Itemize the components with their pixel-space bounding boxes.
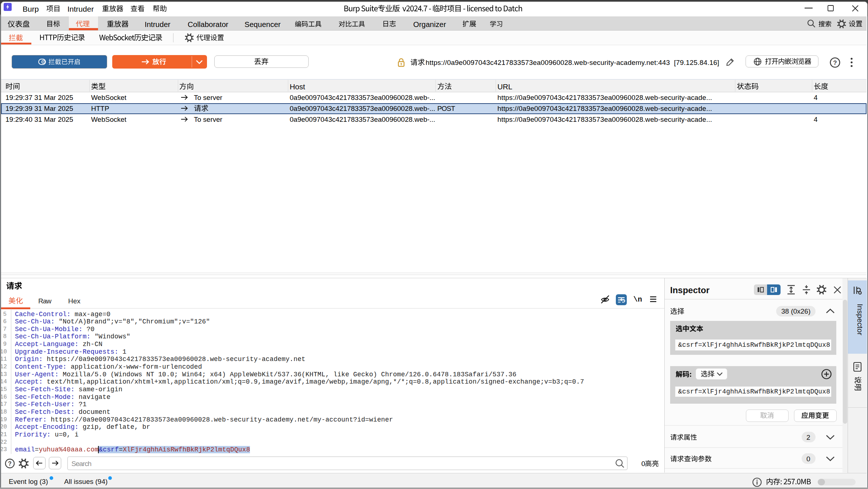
svg-text:?: ? — [8, 461, 12, 467]
svg-text:?: ? — [833, 59, 837, 66]
